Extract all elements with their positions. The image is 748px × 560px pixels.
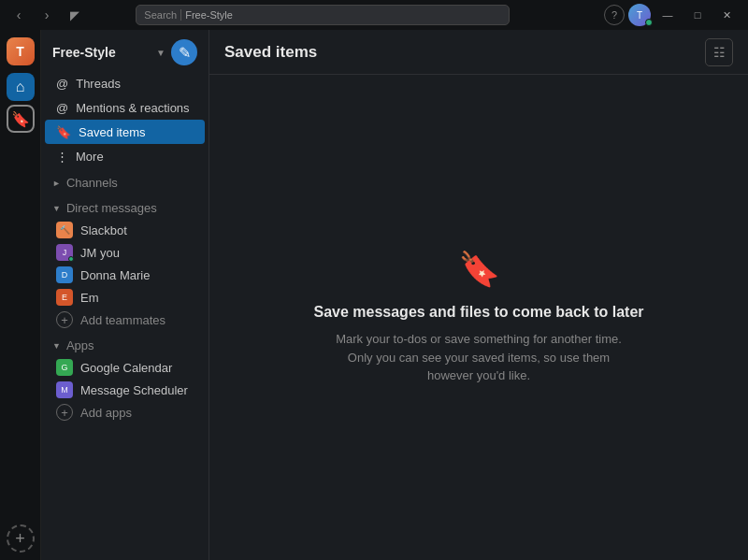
home-icon[interactable]: ⌂	[7, 73, 35, 101]
add-teammates-row[interactable]: + Add teammates	[45, 309, 205, 331]
dm-section: ▼ Direct messages 🔨 Slackbot J JM you	[41, 197, 209, 331]
add-apps-label: Add apps	[80, 406, 132, 420]
add-teammates-icon: +	[56, 311, 73, 328]
slackbot-presence: 🔨	[56, 222, 73, 238]
channels-section: ► Channels	[41, 172, 209, 194]
jm-name: JM you	[80, 246, 120, 260]
channels-arrow-icon: ►	[52, 179, 61, 188]
icon-bar: T ⌂ 🔖 +	[0, 30, 41, 560]
title-bar: ‹ › ◤ Search Free-Style ? T — □ ✕	[0, 0, 748, 30]
gcal-name: Google Calendar	[80, 361, 172, 375]
scheduler-avatar: M	[56, 381, 73, 398]
main-content: Saved items ☷ 🔖 Save messages and files …	[209, 30, 748, 560]
saved-icon[interactable]: 🔖	[7, 105, 35, 133]
filter-button[interactable]: ☷	[705, 38, 733, 66]
apps-arrow-icon: ▼	[52, 341, 61, 351]
gcal-avatar: G	[56, 359, 73, 376]
slackbot-name: Slackbot	[80, 223, 127, 237]
apps-label: Apps	[66, 338, 94, 352]
app-item-scheduler[interactable]: M Message Scheduler	[45, 379, 205, 401]
sidebar-item-threads-label: Threads	[76, 77, 121, 91]
add-apps-icon: +	[56, 404, 73, 421]
sidebar-item-threads[interactable]: @ Threads	[45, 71, 205, 95]
sidebar-header[interactable]: Free-Style ▼ ✎	[41, 30, 209, 71]
help-button[interactable]: ?	[604, 5, 625, 25]
compose-button[interactable]: ✎	[171, 39, 197, 65]
sidebar-item-saved[interactable]: 🔖 Saved items	[45, 120, 205, 144]
status-dot	[645, 19, 653, 26]
apps-header[interactable]: ▼ Apps	[41, 335, 209, 356]
content-body: 🔖 Save messages and files to come back t…	[209, 75, 748, 560]
history-button[interactable]: ◤	[64, 4, 86, 26]
dm-item-donna[interactable]: D Donna Marie	[45, 264, 205, 286]
close-button[interactable]: ✕	[714, 5, 741, 25]
saved-items-icon: 🔖	[56, 125, 71, 139]
dm-header[interactable]: ▼ Direct messages	[41, 197, 209, 219]
donna-avatar: D	[56, 266, 73, 283]
sidebar-item-more-label: More	[76, 150, 104, 164]
workspace-avatar[interactable]: T	[7, 37, 35, 65]
back-button[interactable]: ‹	[7, 4, 30, 26]
chevron-down-icon: ▼	[156, 48, 165, 58]
forward-button[interactable]: ›	[36, 4, 58, 26]
add-workspace-button[interactable]: +	[7, 524, 35, 553]
jm-online-dot	[68, 256, 74, 262]
empty-state-icon: 🔖	[458, 250, 500, 289]
main-layout: T ⌂ 🔖 + Free-Style ▼ ✎ @ Threads @ Menti…	[0, 30, 748, 560]
donna-presence: D	[56, 266, 73, 283]
search-placeholder: Search	[144, 9, 177, 21]
em-presence: E	[56, 289, 73, 306]
empty-state-description: Mark your to-dos or save something for a…	[329, 330, 628, 385]
jm-presence: J	[56, 244, 73, 261]
apps-section: ▼ Apps G Google Calendar M Message Sched…	[41, 335, 209, 424]
search-divider	[180, 9, 181, 21]
scheduler-name: Message Scheduler	[80, 383, 188, 397]
donna-name: Donna Marie	[80, 268, 150, 282]
add-teammates-label: Add teammates	[80, 313, 165, 327]
search-workspace: Free-Style	[185, 9, 233, 21]
dm-item-jm[interactable]: J JM you	[45, 241, 205, 264]
workspace-name: Free-Style	[52, 45, 151, 60]
dm-item-slackbot[interactable]: 🔨 Slackbot	[45, 219, 205, 241]
channels-label: Channels	[66, 176, 118, 190]
add-apps-row[interactable]: + Add apps	[45, 401, 205, 424]
threads-icon: @	[56, 77, 68, 91]
search-bar[interactable]: Search Free-Style	[136, 5, 510, 25]
sidebar-item-mentions-label: Mentions & reactions	[76, 101, 189, 115]
sidebar-item-more[interactable]: ⋮ More	[45, 144, 205, 168]
title-bar-left: ‹ › ◤	[7, 4, 86, 26]
sidebar-item-mentions[interactable]: @ Mentions & reactions	[45, 95, 205, 120]
channels-header[interactable]: ► Channels	[41, 172, 209, 194]
sidebar: Free-Style ▼ ✎ @ Threads @ Mentions & re…	[41, 30, 209, 560]
more-icon: ⋮	[56, 150, 68, 164]
slackbot-avatar: 🔨	[56, 222, 73, 238]
content-header: Saved items ☷	[209, 30, 748, 75]
title-bar-right: ? T — □ ✕	[604, 4, 741, 26]
mentions-icon: @	[56, 101, 68, 115]
maximize-button[interactable]: □	[684, 5, 711, 25]
sidebar-item-saved-label: Saved items	[79, 125, 146, 139]
app-item-gcal[interactable]: G Google Calendar	[45, 356, 205, 379]
page-title: Saved items	[224, 43, 698, 62]
dm-arrow-icon: ▼	[52, 204, 61, 213]
em-avatar: E	[56, 289, 73, 306]
em-name: Em	[80, 291, 99, 305]
dm-label: Direct messages	[66, 201, 157, 215]
empty-state-title: Save messages and files to come back to …	[313, 304, 643, 321]
user-avatar-group[interactable]: T	[628, 4, 651, 26]
dm-item-em[interactable]: E Em	[45, 286, 205, 309]
minimize-button[interactable]: —	[654, 5, 681, 25]
